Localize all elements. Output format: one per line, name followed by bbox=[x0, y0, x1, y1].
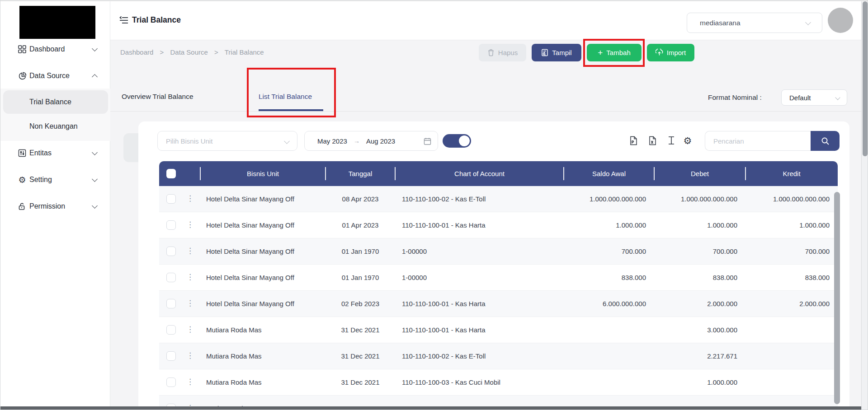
row-menu-icon[interactable]: ⋮ bbox=[186, 298, 194, 308]
row-menu-icon[interactable]: ⋮ bbox=[186, 377, 194, 387]
sidebar-item-label: Non Keuangan bbox=[29, 122, 78, 130]
hapus-button[interactable]: Hapus bbox=[479, 44, 526, 61]
row-checkbox[interactable] bbox=[166, 299, 176, 308]
breadcrumb-item[interactable]: Trial Balance bbox=[225, 48, 264, 56]
breadcrumb-item[interactable]: Dashboard bbox=[120, 48, 153, 56]
row-checkbox[interactable] bbox=[166, 351, 176, 361]
text-width-icon[interactable] bbox=[666, 135, 677, 146]
sidebar-item-dashboard[interactable]: Dashboard bbox=[0, 43, 110, 56]
cell-tanggal: 02 Feb 2023 bbox=[326, 291, 395, 317]
breadcrumb-separator: > bbox=[214, 48, 218, 56]
row-menu-icon[interactable]: ⋮ bbox=[186, 246, 194, 256]
cell-bisnis-unit: Hotel Delta Sinar Mayang Off bbox=[200, 212, 326, 238]
app-viewport: Dashboard Data Source Trial Balance Non … bbox=[0, 0, 868, 410]
export-pdf-icon[interactable] bbox=[628, 135, 639, 146]
table-settings-gear-icon[interactable]: ⚙ bbox=[682, 135, 693, 146]
table-scrollbar[interactable] bbox=[834, 192, 840, 404]
tampil-button[interactable]: Tampil bbox=[532, 44, 581, 61]
cell-saldo-awal: 1.000.000.000.000 bbox=[564, 186, 654, 212]
chevron-down-icon bbox=[835, 95, 840, 100]
cell-bisnis-unit: Hotel Delta Sinar Mayang Off bbox=[200, 238, 326, 264]
row-menu-icon[interactable]: ⋮ bbox=[186, 194, 194, 203]
sidebar-item-data-source[interactable]: Data Source bbox=[0, 70, 110, 82]
grid-icon bbox=[18, 45, 27, 54]
row-menu-icon[interactable]: ⋮ bbox=[186, 351, 194, 360]
row-checkbox[interactable] bbox=[166, 247, 176, 256]
sidebar-item-label: Dashboard bbox=[29, 45, 65, 53]
cell-debet: 2.000.000 bbox=[654, 291, 745, 317]
cell-chart-of-account: 110-110-100-02 - Kas E-Toll bbox=[395, 343, 564, 369]
cell-debet: 1.000.000.000.000 bbox=[654, 186, 745, 212]
import-button-label: Import bbox=[667, 49, 686, 56]
tab-overview-trial-balance[interactable]: Overview Trial Balance bbox=[122, 93, 193, 101]
cell-tanggal: 31 Dec 2021 bbox=[326, 317, 395, 343]
cell-saldo-awal bbox=[564, 317, 654, 343]
tenant-select[interactable]: mediasarana bbox=[687, 13, 822, 33]
cell-chart-of-account: 110-110-100-01 - Kas Harta bbox=[395, 212, 564, 238]
column-header-saldo-awal[interactable]: Saldo Awal bbox=[564, 161, 654, 186]
sidebar-item-non-keuangan[interactable]: Non Keuangan bbox=[3, 115, 108, 138]
cell-bisnis-unit: Hotel Delta Sinar Mayang Off bbox=[200, 186, 326, 212]
sidebar: Dashboard Data Source Trial Balance Non … bbox=[0, 0, 110, 410]
tenant-select-value: mediasarana bbox=[700, 19, 741, 27]
page-scrollbar-track[interactable] bbox=[861, 0, 868, 410]
page-scrollbar-thumb[interactable] bbox=[863, 1, 868, 156]
bisnis-unit-select[interactable]: Pilih Bisnis Unit bbox=[157, 131, 297, 151]
row-checkbox[interactable] bbox=[166, 220, 176, 230]
row-menu-icon[interactable]: ⋮ bbox=[186, 220, 194, 229]
search-input[interactable] bbox=[705, 131, 811, 150]
chevron-down-icon bbox=[284, 138, 290, 144]
sidebar-item-trial-balance[interactable]: Trial Balance bbox=[3, 90, 108, 114]
content-card: Pilih Bisnis Unit May 2023 → Aug 2023 ⚙ bbox=[138, 121, 849, 410]
cell-debet: 3.000.000 bbox=[654, 317, 745, 343]
cell-tanggal: 08 Apr 2023 bbox=[326, 186, 395, 212]
row-checkbox[interactable] bbox=[166, 273, 176, 282]
breadcrumb: Dashboard > Data Source > Trial Balance bbox=[120, 48, 269, 56]
sidebar-item-setting[interactable]: ⚙ Setting bbox=[0, 173, 110, 186]
filter-toggle[interactable] bbox=[443, 134, 471, 148]
trash-icon bbox=[487, 49, 495, 56]
cell-debet: 700.000 bbox=[654, 238, 745, 264]
sidebar-item-label: Trial Balance bbox=[29, 98, 71, 106]
column-header-tanggal[interactable]: Tanggal bbox=[326, 161, 395, 186]
search-button[interactable] bbox=[811, 131, 840, 151]
cell-tanggal: 01 Jan 1970 bbox=[326, 265, 395, 290]
row-menu-icon[interactable]: ⋮ bbox=[186, 325, 194, 334]
column-header-debet[interactable]: Debet bbox=[654, 161, 745, 186]
row-checkbox[interactable] bbox=[166, 377, 176, 387]
tampil-button-label: Tampil bbox=[552, 49, 571, 56]
export-excel-icon[interactable] bbox=[647, 135, 658, 146]
column-header-chart-of-account[interactable]: Chart of Account bbox=[395, 161, 564, 186]
import-button[interactable]: Import bbox=[647, 44, 694, 61]
breadcrumb-item[interactable]: Data Source bbox=[170, 48, 208, 56]
sidebar-collapse-icon[interactable] bbox=[119, 16, 128, 25]
cell-kredit: 700.000 bbox=[745, 238, 838, 264]
arrow-right-icon: → bbox=[354, 137, 360, 144]
upload-icon bbox=[656, 49, 663, 56]
table-row: ⋮ Hotel Delta Sinar Mayang Off 01 Jan 19… bbox=[159, 265, 838, 291]
cell-kredit bbox=[745, 369, 838, 395]
row-checkbox[interactable] bbox=[166, 194, 176, 204]
sliders-icon bbox=[18, 149, 27, 158]
topbar: Trial Balance mediasarana bbox=[110, 0, 868, 40]
column-header-bisnis-unit[interactable]: Bisnis Unit bbox=[200, 161, 326, 186]
cell-kredit bbox=[745, 343, 838, 369]
row-checkbox[interactable] bbox=[166, 325, 176, 335]
select-all-checkbox[interactable] bbox=[166, 169, 176, 178]
chevron-down-icon bbox=[92, 176, 98, 182]
cell-chart-of-account: 110-110-100-03 - Kas Cuci Mobil bbox=[395, 369, 564, 395]
cell-bisnis-unit: Mutiara Roda Mas bbox=[200, 317, 326, 343]
tab-list-trial-balance[interactable]: List Trial Balance bbox=[259, 93, 312, 101]
tambah-button[interactable]: + Tambah bbox=[587, 44, 642, 61]
date-range-picker[interactable]: May 2023 → Aug 2023 bbox=[304, 131, 438, 151]
cell-debet: 2.217.671 bbox=[654, 343, 745, 369]
sidebar-item-permission[interactable]: Permission bbox=[0, 200, 110, 213]
format-nominal-select[interactable]: Default bbox=[781, 89, 847, 106]
avatar[interactable] bbox=[828, 8, 853, 33]
format-nominal-label: Format Nominal : bbox=[708, 93, 762, 102]
column-header-kredit[interactable]: Kredit bbox=[745, 161, 838, 186]
sidebar-item-entitas[interactable]: Entitas bbox=[0, 147, 110, 159]
row-menu-icon[interactable]: ⋮ bbox=[186, 272, 194, 282]
toggle-knob bbox=[459, 135, 470, 146]
date-from-value: May 2023 bbox=[317, 137, 347, 145]
